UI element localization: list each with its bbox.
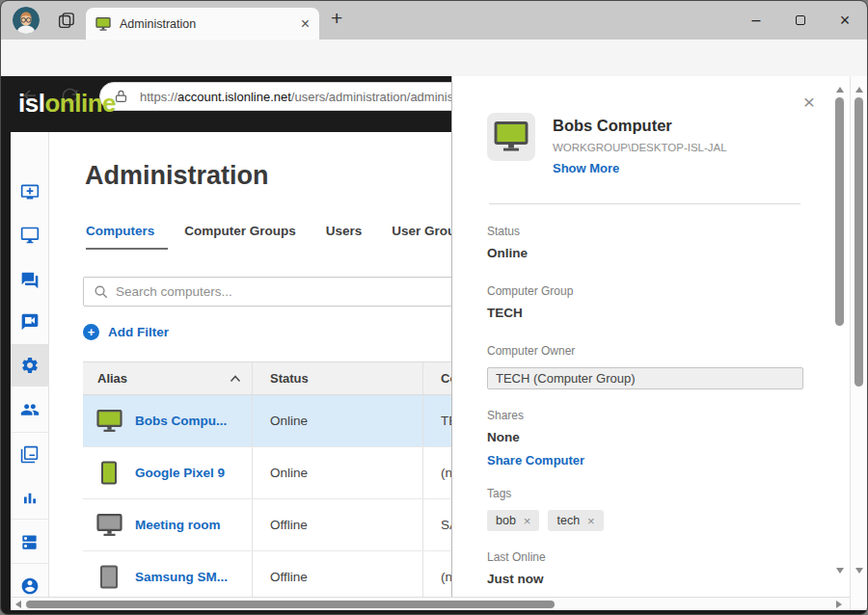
computer-owner-label: Computer Owner (487, 344, 805, 358)
monitor-icon (20, 226, 40, 245)
main-content: Administration Computers Computer Groups… (49, 132, 451, 597)
sidebar-item-administration[interactable] (11, 344, 48, 387)
show-more-link[interactable]: Show More (553, 161, 727, 175)
page-scrollbar-thumb[interactable] (854, 97, 863, 387)
tag-remove-icon[interactable]: × (587, 515, 595, 527)
sidebar-divider (11, 563, 48, 564)
new-tab-button[interactable]: + (331, 7, 342, 30)
browser-toolbar: https://account.islonline.net/users/admi… (1, 40, 867, 76)
tab-favicon-monitor-icon (95, 17, 111, 31)
monitor-gray-icon (95, 514, 122, 537)
field-last-online: Last Online Just now (487, 550, 805, 586)
scroll-down-arrow[interactable] (836, 568, 844, 574)
tag-chips: bob × tech × (487, 510, 805, 531)
group-cell: TE (422, 395, 451, 446)
table-header: Alias Status Co (83, 361, 451, 395)
computer-link[interactable]: Samsung SM... (135, 570, 228, 584)
computer-group-label: Computer Group (487, 284, 805, 298)
share-computer-link[interactable]: Share Computer (487, 453, 805, 468)
logo-online: online (44, 89, 116, 118)
panel-subtitle: WORKGROUP\DESKTOP-ISL-JAL (553, 142, 727, 153)
people-icon (20, 400, 40, 419)
tags-label: Tags (487, 487, 805, 500)
sidebar-item-chat[interactable] (11, 259, 48, 302)
panel-vertical-scrollbar[interactable] (833, 82, 847, 593)
lock-icon (114, 89, 128, 104)
field-status: Status Online (487, 225, 805, 260)
col-status-label: Status (270, 371, 309, 386)
table-row-samsung[interactable]: Samsung SM... Offline (n (83, 551, 451, 597)
horizontal-scrollbar[interactable] (11, 597, 850, 610)
sidebar-item-video-call[interactable] (11, 301, 48, 343)
group-cell: SA (422, 499, 451, 550)
shares-value: None (487, 430, 805, 444)
panel-close-button[interactable]: × (803, 92, 815, 112)
status-cell: Offline (252, 551, 422, 597)
monitor-plus-icon (20, 182, 40, 201)
account-circle-icon (20, 576, 40, 596)
sidebar-item-sessions[interactable] (11, 433, 48, 475)
browser-tab-administration[interactable]: Administration × (86, 8, 319, 40)
browser-window: Administration × + – × https://account.i… (0, 0, 868, 615)
add-filter-button[interactable]: + Add Filter (83, 324, 169, 340)
computer-link[interactable]: Bobs Compu... (135, 414, 227, 428)
panel-scrollbar-thumb[interactable] (835, 97, 844, 326)
tag-remove-icon[interactable]: × (524, 515, 531, 527)
search-input[interactable] (116, 284, 451, 299)
computer-link[interactable]: Meeting room (135, 518, 221, 532)
table-row-google-pixel-9[interactable]: Google Pixel 9 Online (n (83, 447, 451, 499)
tag-chip-bob[interactable]: bob × (487, 510, 539, 531)
table-row-meeting-room[interactable]: Meeting room Offline SA (83, 499, 451, 551)
computer-link[interactable]: Google Pixel 9 (135, 466, 225, 480)
sidebar-item-computers[interactable] (11, 214, 48, 256)
scroll-down-arrow[interactable] (855, 568, 863, 574)
column-header-status[interactable]: Status (252, 362, 422, 394)
url-domain: account.islonline.net (177, 90, 291, 104)
tab-users[interactable]: Users (326, 224, 376, 250)
computer-detail-panel: × Bobs Computer WORKGROUP\DESKTOP-ISL-JA… (451, 76, 850, 597)
maximize-button[interactable] (778, 1, 823, 40)
layers-icon (20, 445, 39, 464)
minimize-button[interactable]: – (734, 1, 778, 40)
workspaces-icon[interactable] (55, 12, 76, 35)
table-row-bobs-computer[interactable]: Bobs Compu... Online TE (83, 395, 451, 447)
field-tags: Tags bob × tech × (487, 487, 805, 531)
scroll-up-arrow[interactable] (855, 87, 863, 93)
computer-owner-input[interactable] (487, 367, 803, 389)
computers-table: Alias Status Co Bobs Compu... Online TE (83, 361, 451, 597)
tab-close-button[interactable]: × (301, 16, 310, 32)
sidebar-item-new-computer[interactable] (11, 171, 48, 213)
field-computer-group: Computer Group TECH (487, 284, 805, 320)
last-online-value: Just now (487, 572, 805, 586)
monitor-green-icon (95, 410, 122, 433)
search-box (83, 277, 451, 307)
scroll-right-arrow[interactable] (836, 601, 842, 608)
profile-avatar[interactable] (13, 7, 40, 34)
sidebar-item-users[interactable] (11, 388, 48, 431)
islonline-logo[interactable]: islonline (18, 89, 116, 119)
tab-computer-groups[interactable]: Computer Groups (184, 224, 310, 250)
column-header-alias[interactable]: Alias (83, 362, 252, 394)
horizontal-scrollbar-thumb[interactable] (26, 601, 555, 608)
tab-computers[interactable]: Computers (86, 224, 168, 250)
panel-fields: Status Online Computer Group TECH Comput… (487, 225, 805, 610)
panel-header: Bobs Computer WORKGROUP\DESKTOP-ISL-JAL … (487, 113, 727, 175)
scroll-up-arrow[interactable] (836, 87, 844, 93)
scroll-left-arrow[interactable] (15, 601, 21, 608)
tablet-gray-icon (95, 565, 122, 589)
computer-icon-box (487, 113, 535, 161)
tab-title: Administration (120, 17, 196, 31)
tag-chip-tech[interactable]: tech × (548, 510, 603, 531)
gear-icon (20, 356, 40, 375)
close-button[interactable]: × (823, 1, 867, 40)
tab-user-groups[interactable]: User Groups (392, 224, 451, 250)
sidebar-item-reports[interactable] (11, 477, 48, 520)
column-header-group[interactable]: Co (422, 362, 451, 394)
sidebar-item-servers[interactable] (11, 521, 48, 563)
url-scheme: https:// (140, 90, 177, 104)
chat-bubbles-icon (20, 271, 40, 290)
window-controls: – × (734, 1, 867, 40)
video-chat-icon (20, 312, 40, 332)
page-vertical-scrollbar[interactable] (853, 82, 866, 593)
avatar-icon (13, 7, 40, 34)
